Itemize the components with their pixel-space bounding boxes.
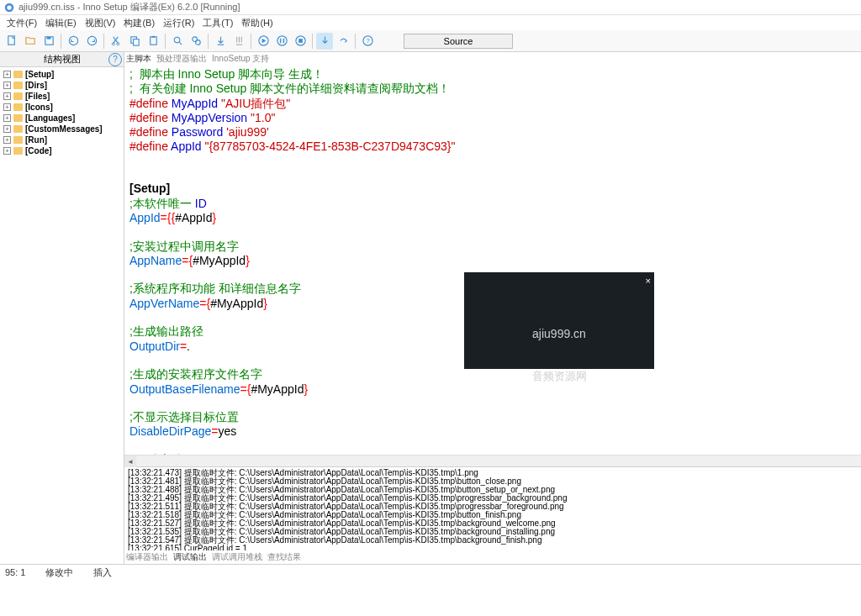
menu-build[interactable]: 构建(B) [120,16,158,30]
scroll-left-icon[interactable]: ◄ [124,455,136,467]
code-editor[interactable]: ; 脚本由 Inno Setup 脚本向导 生成！ ; 有关创建 Inno Se… [124,66,861,455]
expand-icon[interactable]: + [3,82,11,89]
folder-icon [13,147,23,155]
tab-find-results[interactable]: 查找结果 [267,551,301,563]
find-icon[interactable] [169,33,186,50]
bottom-tabs: 编译器输出 调试输出 调试调用堆栈 查找结果 [124,550,861,564]
separator [103,34,104,49]
redo-icon[interactable] [83,33,100,50]
title-text: ajiu999.cn.iss - Inno Setup 编译器(Ex) 6.2.… [18,1,240,13]
stop-compile-icon[interactable] [230,33,247,50]
menu-file[interactable]: 文件(F) [3,16,40,30]
svg-point-5 [69,36,77,45]
progress-bar [522,419,596,424]
folder-icon [13,92,23,100]
menu-edit[interactable]: 编辑(E) [42,16,80,30]
help-icon[interactable]: ? [359,33,376,50]
folder-icon [13,71,23,78]
menu-tools[interactable]: 工具(T) [199,16,236,30]
menubar: 文件(F) 编辑(E) 视图(V) 构建(B) 运行(R) 工具(T) 帮助(H… [0,15,861,30]
tree-item-icons[interactable]: +[Icons] [0,102,124,113]
close-icon[interactable]: × [646,274,651,287]
status-modified: 修改中 [45,566,73,579]
titlebar: ajiu999.cn.iss - Inno Setup 编译器(Ex) 6.2.… [0,0,861,15]
paste-icon[interactable] [145,33,161,50]
tree-item-dirs[interactable]: +[Dirs] [0,80,124,91]
undo-icon[interactable] [65,33,82,50]
run-icon[interactable] [255,33,272,50]
source-button[interactable]: Source [404,34,513,49]
sidebar-title: 结构视图 [44,53,81,66]
svg-point-8 [116,43,119,45]
separator [312,34,313,49]
separator [355,34,356,49]
stop-icon[interactable] [292,33,309,50]
svg-text:?: ? [366,37,369,45]
separator [61,34,61,49]
app-icon [3,2,15,13]
tab-preprocessor[interactable]: 预处理器输出 [156,53,207,65]
horizontal-scrollbar[interactable]: ◄ [124,455,861,466]
structure-tree: +[Setup] +[Dirs] +[Files] +[Icons] +[Lan… [0,67,124,564]
folder-icon [13,114,23,122]
svg-point-17 [277,36,286,45]
copy-icon[interactable] [126,33,143,50]
new-icon[interactable] [3,33,20,50]
statusbar: 95: 1 修改中 插入 [0,564,861,580]
svg-rect-4 [46,37,50,39]
folder-icon [13,82,23,89]
tree-item-setup[interactable]: +[Setup] [0,69,124,80]
svg-point-6 [87,36,96,45]
status-insert: 插入 [93,566,112,579]
step-icon[interactable] [316,33,333,50]
popup-title: ajiu999.cn [464,327,654,340]
tree-item-files[interactable]: +[Files] [0,91,124,102]
svg-rect-19 [298,39,303,43]
separator [165,34,166,49]
editor-tabs: 主脚本 预处理器输出 InnoSetup 支持 [124,52,861,66]
svg-point-7 [112,43,114,45]
log-line: [13:32:21.615] CurPageId id = 1 [128,545,858,550]
open-icon[interactable] [22,33,39,50]
expand-icon[interactable]: + [3,125,11,133]
step-over-icon[interactable] [335,33,351,50]
separator [251,34,251,49]
expand-icon[interactable]: + [3,114,11,122]
editor-area: 主脚本 预处理器输出 InnoSetup 支持 ; 脚本由 Inno Setup… [124,52,861,564]
tree-item-custommessages[interactable]: +[CustomMessages] [0,124,124,134]
tab-compiler-output[interactable]: 编译器输出 [126,551,168,563]
svg-point-15 [195,40,200,45]
svg-point-13 [174,37,180,43]
expand-icon[interactable]: + [3,103,11,111]
menu-view[interactable]: 视图(V) [82,16,119,30]
folder-icon [13,136,23,144]
folder-icon [13,125,23,133]
log-output[interactable]: [13:32:21.473] 提取临时文件: C:\Users\Administ… [124,466,861,550]
menu-run[interactable]: 运行(R) [160,16,198,30]
expand-icon[interactable]: + [3,92,11,100]
tree-item-languages[interactable]: +[Languages] [0,113,124,124]
main-area: 结构视图 ? +[Setup] +[Dirs] +[Files] +[Icons… [0,52,861,564]
compile-icon[interactable] [212,33,229,50]
menu-help[interactable]: 帮助(H) [238,16,276,30]
tree-item-run[interactable]: +[Run] [0,134,124,145]
tab-debug-output[interactable]: 调试输出 [173,551,207,563]
expand-icon[interactable]: + [3,147,11,155]
tab-callstack[interactable]: 调试调用堆栈 [212,551,262,563]
installer-preview-window: × ajiu999.cn 音频资源网 一键安装 [464,272,654,369]
expand-icon[interactable]: + [3,71,11,78]
svg-rect-10 [133,39,139,46]
svg-point-1 [7,5,11,9]
cut-icon[interactable] [108,33,124,50]
pause-icon[interactable] [273,33,290,50]
replace-icon[interactable] [188,33,204,50]
svg-rect-12 [151,36,155,38]
save-icon[interactable] [40,33,57,50]
sidebar-header: 结构视图 ? [0,52,124,67]
status-position: 95: 1 [5,567,25,577]
tree-item-code[interactable]: +[Code] [0,145,124,156]
tab-innosetup-support[interactable]: InnoSetup 支持 [212,53,269,65]
tab-main-script[interactable]: 主脚本 [126,53,151,65]
sidebar-help-icon[interactable]: ? [108,53,122,66]
expand-icon[interactable]: + [3,136,11,144]
